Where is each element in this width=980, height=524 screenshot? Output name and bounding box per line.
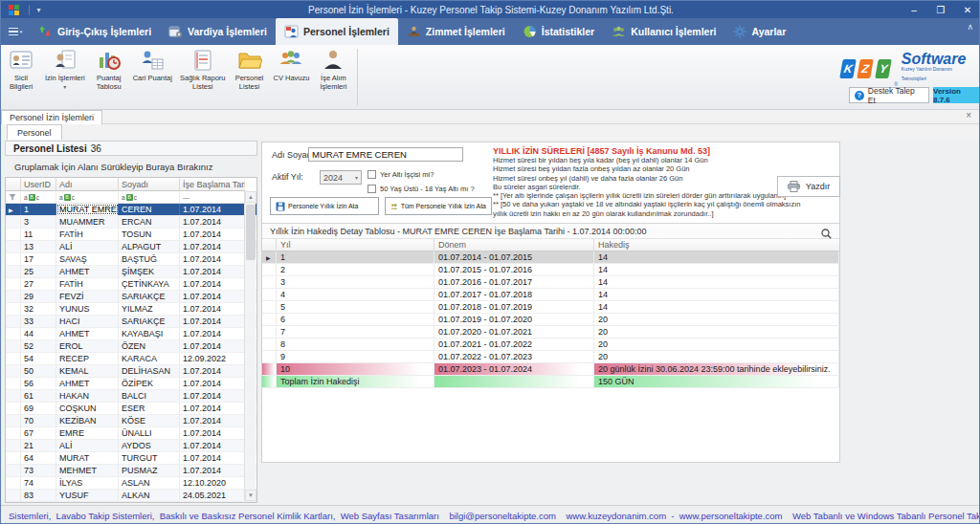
cell-adi[interactable]: HAKAN	[56, 390, 119, 402]
cell-donem[interactable]: 01.07.2023 - 01.07.2024	[434, 363, 594, 375]
cell-hakedis[interactable]: 14	[594, 251, 839, 263]
detail-row[interactable]: 7 01.07.2020 - 01.07.2021 20	[262, 326, 839, 338]
cell-donem[interactable]: 01.07.2020 - 01.07.2021	[434, 326, 594, 338]
scroll-up-icon[interactable]: ▲	[245, 191, 256, 203]
personnel-row[interactable]: 70 KEZİBAN KÖSE 1.07.2014	[6, 415, 256, 427]
cell-userid[interactable]: 69	[21, 403, 56, 414]
cell-adi[interactable]: İLYAS	[56, 477, 119, 489]
cell-userid[interactable]: 11	[21, 229, 56, 240]
cell-yil[interactable]: 10	[277, 363, 434, 375]
vertical-scrollbar[interactable]: ▲ ▼	[244, 191, 256, 501]
cell-userid[interactable]: 33	[21, 316, 56, 327]
cell-donem[interactable]: 01.07.2014 - 01.07.2015	[434, 251, 594, 263]
cell-ise-baslama[interactable]: 12.09.2022	[180, 353, 245, 364]
personnel-row[interactable]: 11 FATİH TOSUN 1.07.2014	[6, 229, 256, 241]
personnel-row[interactable]: 69 COŞKUN ESER 1.07.2014	[6, 403, 256, 415]
personnel-row[interactable]: 67 EMRE ÜNALLI 1.07.2014	[6, 427, 256, 440]
cell-userid[interactable]: 25	[21, 266, 56, 277]
detail-row[interactable]: 2 01.07.2015 - 01.07.2016 14	[262, 264, 839, 276]
cell-ise-baslama[interactable]: 1.07.2014	[180, 440, 245, 451]
ise-alim-islemleri-button[interactable]: İşe Alım İşlemleri	[313, 45, 353, 109]
cell-ise-baslama[interactable]: 1.07.2014	[180, 241, 245, 252]
column-header-userid[interactable]: UserID	[21, 178, 56, 191]
cell-ise-baslama[interactable]: 1.07.2014	[180, 390, 245, 402]
personnel-row[interactable]: 13 ALİ ALPAGUT 1.07.2014	[6, 241, 256, 253]
filter-userid[interactable]: B	[21, 191, 56, 203]
search-icon[interactable]	[821, 226, 832, 243]
cell-adi[interactable]: KEZİBAN	[56, 415, 119, 426]
cell-soyadi[interactable]: ÖZEN	[119, 340, 180, 352]
cell-soyadi[interactable]: ASLAN	[119, 477, 180, 489]
detail-row[interactable]: 3 01.07.2016 - 01.07.2017 14	[262, 276, 839, 289]
cell-userid[interactable]: 83	[21, 490, 56, 501]
name-input[interactable]	[308, 147, 463, 162]
maximize-button[interactable]: ❒	[927, 1, 954, 18]
cell-hakedis[interactable]: 14	[594, 289, 839, 300]
cell-adi[interactable]: FEVZİ	[56, 291, 119, 302]
cell-soyadi[interactable]: ÖZİPEK	[119, 378, 180, 389]
tab-kullanici-islemleri[interactable]: Kullanıcı İşlemleri	[603, 18, 724, 45]
cell-userid[interactable]: 44	[21, 328, 56, 339]
cell-soyadi[interactable]: YILMAZ	[119, 303, 180, 315]
cell-adi[interactable]: EROL	[56, 340, 119, 352]
cell-soyadi[interactable]: CEREN	[119, 204, 180, 215]
cell-soyadi[interactable]: ESER	[119, 403, 180, 414]
tab-giris-cikis-islemleri[interactable]: Giriş-Çıkış İşlemleri	[30, 18, 160, 45]
personnel-row[interactable]: 83 YUSUF ALKAN 24.05.2021	[6, 490, 256, 502]
cell-userid[interactable]: 50	[21, 365, 56, 377]
close-button[interactable]: ✕	[954, 1, 980, 18]
cell-adi[interactable]: YUSUF	[56, 490, 119, 501]
cell-yil[interactable]: 2	[277, 264, 434, 275]
cell-ise-baslama[interactable]: 1.07.2014	[180, 303, 245, 315]
cell-ise-baslama[interactable]: 1.07.2014	[180, 427, 245, 439]
cell-ise-baslama[interactable]: 1.07.2014	[180, 291, 245, 302]
detail-row[interactable]: 5 01.07.2018 - 01.07.2019 14	[262, 301, 839, 314]
tab-personel-islemleri[interactable]: Personel İşlemleri	[276, 18, 398, 45]
personnel-row[interactable]: 64 MURAT TURGUT 1.07.2014	[6, 452, 256, 465]
personnel-row[interactable]: 25 AHMET ŞİMŞEK 1.07.2014	[6, 266, 256, 278]
ribbon-collapse-icon[interactable]: ∧	[967, 22, 973, 32]
cell-ise-baslama[interactable]: 1.07.2014	[180, 465, 245, 476]
cell-userid[interactable]: 74	[21, 477, 56, 489]
cell-hakedis[interactable]: 14	[594, 276, 839, 288]
scroll-down-icon[interactable]: ▼	[245, 490, 256, 501]
cell-userid[interactable]: 73	[21, 465, 56, 476]
assign-all-leave-button[interactable]: Tüm Personele Yıllık İzin Ata	[385, 197, 492, 215]
cell-adi[interactable]: MURAT EMRE	[56, 204, 119, 215]
cell-yil[interactable]: 1	[277, 251, 434, 263]
checkbox-icon[interactable]	[368, 185, 376, 193]
cell-userid[interactable]: 56	[21, 378, 56, 389]
cell-adi[interactable]: AHMET	[56, 328, 119, 339]
tab-zimmet-islemleri[interactable]: Zimmet İşlemleri	[398, 18, 514, 45]
cell-ise-baslama[interactable]: 1.07.2014	[180, 403, 245, 414]
cell-ise-baslama[interactable]: 1.07.2014	[180, 415, 245, 426]
izin-islemleri-button[interactable]: İzin İşlemleri ▾	[41, 45, 89, 109]
cell-donem[interactable]: 01.07.2021 - 01.07.2022	[434, 338, 594, 350]
cell-adi[interactable]: MEHMET	[56, 465, 119, 476]
personnel-row[interactable]: 32 YUNUS YILMAZ 1.07.2014	[6, 303, 256, 316]
filter-ise-baslama[interactable]: —	[180, 191, 245, 203]
cell-ise-baslama[interactable]: 24.05.2021	[180, 490, 245, 501]
cell-soyadi[interactable]: SARIAKÇE	[119, 291, 180, 302]
cell-adi[interactable]: YUNUS	[56, 303, 119, 315]
tab-istatistikler[interactable]: İstatistikler	[514, 18, 603, 45]
cell-donem[interactable]: 01.07.2018 - 01.07.2019	[434, 301, 594, 313]
cell-userid[interactable]: 54	[21, 353, 56, 364]
cell-adi[interactable]: KEMAL	[56, 365, 119, 377]
cell-yil[interactable]: 8	[277, 338, 434, 350]
cell-hakedis[interactable]: 20	[594, 351, 839, 362]
detail-row[interactable]: 4 01.07.2017 - 01.07.2018 14	[262, 289, 839, 301]
detail-row[interactable]: 1 01.07.2014 - 01.07.2015 14	[262, 251, 839, 264]
personnel-row[interactable]: 73 MEHMET PUSMAZ 1.07.2014	[6, 465, 256, 477]
cell-yil[interactable]: 6	[277, 314, 434, 325]
sicil-bilgileri-button[interactable]: Sicil Bilgileri	[1, 45, 41, 109]
personnel-row[interactable]: 61 HAKAN BALCI 1.07.2014	[6, 390, 256, 403]
active-year-combo[interactable]: 2024 ▾	[320, 170, 362, 185]
cell-soyadi[interactable]: ŞİMŞEK	[119, 266, 180, 277]
personnel-row[interactable]: 33 HACI SARIAKÇE 1.07.2014	[6, 316, 256, 328]
cell-ise-baslama[interactable]: 1.07.2014	[180, 365, 245, 377]
personnel-row[interactable]: 52 EROL ÖZEN 1.07.2014	[6, 340, 256, 353]
cell-ise-baslama[interactable]: 1.07.2014	[180, 216, 245, 228]
cell-userid[interactable]: 67	[21, 427, 56, 439]
cell-adi[interactable]: FATİH	[56, 278, 119, 290]
